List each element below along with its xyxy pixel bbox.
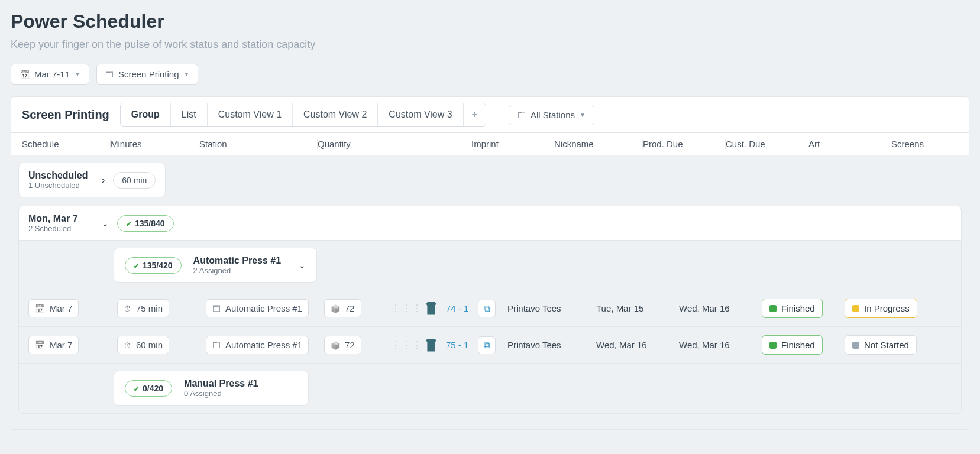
col-schedule: Schedule xyxy=(22,139,111,149)
col-station: Station xyxy=(199,139,318,149)
column-headers: Schedule Minutes Station Quantity Imprin… xyxy=(11,133,969,155)
screens-status[interactable]: Not Started xyxy=(845,335,917,355)
check-icon xyxy=(126,219,131,228)
job-row[interactable]: Mar 7 75 min Automatic Press #1 72 ⋮⋮⋮ 7… xyxy=(19,290,961,327)
view-tabs: Group List Custom View 1 Custom View 2 C… xyxy=(120,103,486,127)
job-station-chip[interactable]: Automatic Press #1 xyxy=(206,299,309,317)
drag-handle-icon[interactable]: ⋮⋮⋮ xyxy=(389,339,425,351)
station-icon xyxy=(518,110,526,120)
calendar-icon xyxy=(20,69,30,79)
caret-down-icon: ▼ xyxy=(184,71,190,77)
job-date: Mar 7 xyxy=(50,303,72,313)
imprint-link[interactable]: 75 - 1 xyxy=(446,340,468,350)
day-capacity-pill: 135/840 xyxy=(117,215,174,232)
copy-button[interactable] xyxy=(478,300,496,317)
job-date: Mar 7 xyxy=(50,340,72,350)
drag-handle-icon[interactable]: ⋮⋮⋮ xyxy=(389,303,425,314)
col-imprint: Imprint xyxy=(471,139,554,149)
scheduler-panel: Screen Printing Group List Custom View 1… xyxy=(11,96,969,430)
col-quantity: Quantity xyxy=(318,139,418,149)
art-status[interactable]: Finished xyxy=(762,335,823,355)
printer-icon xyxy=(105,69,114,79)
nickname: Printavo Tees xyxy=(507,340,596,350)
cust-due: Wed, Mar 16 xyxy=(679,340,762,350)
col-minutes: Minutes xyxy=(111,139,199,149)
col-nickname: Nickname xyxy=(554,139,643,149)
status-swatch xyxy=(852,342,859,349)
station-filter-value: All Stations xyxy=(531,110,575,120)
tab-custom-3[interactable]: Custom View 3 xyxy=(378,103,463,126)
station-name: Manual Press #1 xyxy=(184,378,258,389)
station-group: 135/420 Automatic Press #1 2 Assigned ⌄ xyxy=(19,241,961,290)
page-title: Power Scheduler xyxy=(11,11,969,33)
col-prod-due: Prod. Due xyxy=(643,139,726,149)
tab-add[interactable]: + xyxy=(464,103,486,126)
screens-status[interactable]: In Progress xyxy=(845,299,917,318)
job-qty: 72 xyxy=(345,303,355,313)
station-icon xyxy=(212,340,221,350)
check-icon xyxy=(134,384,139,393)
station-card[interactable]: 135/420 Automatic Press #1 2 Assigned ⌄ xyxy=(114,248,317,283)
calendar-icon xyxy=(35,303,45,313)
tab-group[interactable]: Group xyxy=(121,103,171,126)
clock-icon xyxy=(124,340,131,350)
page-subtitle: Keep your finger on the pulse of work st… xyxy=(11,38,969,51)
copy-icon xyxy=(484,340,490,351)
caret-down-icon: ▼ xyxy=(75,71,80,77)
shirt-icon xyxy=(425,339,438,352)
date-range-value: Mar 7-11 xyxy=(34,69,70,79)
day-block: Mon, Mar 7 2 Scheduled ⌄ 135/840 135/42 xyxy=(18,206,962,414)
box-icon xyxy=(331,340,340,350)
status-swatch xyxy=(769,342,777,349)
panel-title: Screen Printing xyxy=(22,108,109,122)
day-title: Mon, Mar 7 xyxy=(28,213,93,224)
job-qty-chip[interactable]: 72 xyxy=(324,336,361,354)
copy-icon xyxy=(484,303,490,314)
unscheduled-minutes-pill: 60 min xyxy=(113,172,156,189)
print-type-select[interactable]: Screen Printing ▼ xyxy=(96,64,198,85)
copy-button[interactable] xyxy=(478,336,496,354)
station-icon xyxy=(212,303,221,313)
cust-due: Wed, Mar 16 xyxy=(679,303,762,313)
job-date-chip[interactable]: Mar 7 xyxy=(28,336,79,354)
unscheduled-title: Unscheduled xyxy=(28,170,93,181)
station-filter-select[interactable]: All Stations ▼ xyxy=(509,105,594,125)
station-card[interactable]: 0/420 Manual Press #1 0 Assigned xyxy=(114,371,309,406)
check-icon xyxy=(134,261,139,270)
station-capacity-pill: 0/420 xyxy=(125,380,172,397)
station-group: 0/420 Manual Press #1 0 Assigned xyxy=(19,364,961,413)
tab-custom-2[interactable]: Custom View 2 xyxy=(293,103,378,126)
tab-custom-1[interactable]: Custom View 1 xyxy=(208,103,293,126)
job-minutes-chip[interactable]: 60 min xyxy=(117,336,169,354)
tab-list[interactable]: List xyxy=(171,103,208,126)
job-minutes: 60 min xyxy=(136,340,163,350)
job-station-chip[interactable]: Automatic Press #1 xyxy=(206,336,309,354)
status-swatch xyxy=(769,305,777,312)
clock-icon xyxy=(124,303,131,313)
print-type-value: Screen Printing xyxy=(118,69,179,79)
station-assigned: 0 Assigned xyxy=(184,389,258,398)
job-minutes: 75 min xyxy=(136,303,163,313)
chevron-right-icon: › xyxy=(102,175,105,186)
job-row[interactable]: Mar 7 60 min Automatic Press #1 72 ⋮⋮⋮ 7… xyxy=(19,327,961,364)
job-minutes-chip[interactable]: 75 min xyxy=(117,299,169,317)
station-name: Automatic Press #1 xyxy=(193,255,282,266)
col-art: Art xyxy=(808,139,891,149)
day-sub: 2 Scheduled xyxy=(28,224,93,233)
shirt-icon xyxy=(425,302,438,315)
date-range-select[interactable]: Mar 7-11 ▼ xyxy=(11,64,89,85)
imprint-link[interactable]: 74 - 1 xyxy=(446,303,468,313)
job-station: Automatic Press #1 xyxy=(225,340,302,350)
station-assigned: 2 Assigned xyxy=(193,266,282,275)
chevron-down-icon: ⌄ xyxy=(299,261,306,270)
day-header[interactable]: Mon, Mar 7 2 Scheduled ⌄ 135/840 xyxy=(19,206,961,241)
box-icon xyxy=(331,303,340,313)
status-swatch xyxy=(852,305,859,312)
job-qty-chip[interactable]: 72 xyxy=(324,299,361,317)
art-status[interactable]: Finished xyxy=(762,299,823,318)
unscheduled-group[interactable]: Unscheduled 1 Unscheduled › 60 min xyxy=(18,163,166,197)
job-date-chip[interactable]: Mar 7 xyxy=(28,299,79,317)
prod-due: Wed, Mar 16 xyxy=(596,340,679,350)
unscheduled-sub: 1 Unscheduled xyxy=(28,181,93,190)
col-cust-due: Cust. Due xyxy=(726,139,808,149)
